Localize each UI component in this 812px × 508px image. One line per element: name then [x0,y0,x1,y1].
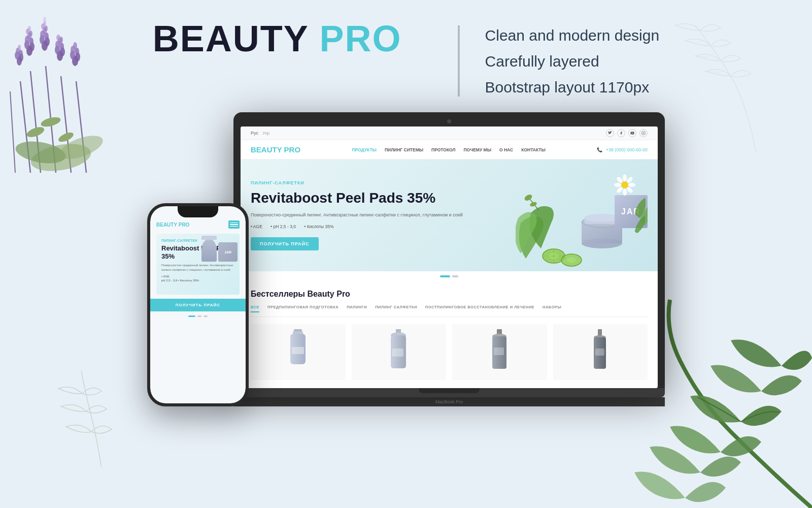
header-divider [458,25,460,97]
phone-dot-2 [204,315,208,317]
laptop-mockup: Рус Укр [233,112,665,406]
phone-dot-active [188,315,195,317]
product-bottle-4 [590,329,611,375]
svg-point-77 [623,174,627,181]
brand-pro: PRO [320,18,402,59]
site-nav: ПРОДУКТЫ ПИЛИНГ СИТЕМЫ ПРОТОКОЛ ПОЧЕМУ М… [352,147,545,152]
tab-peeling-wipes[interactable]: ПИЛИНГ САЛФЕТКИ [375,305,417,312]
phone-notch [178,206,218,217]
feature-bootstrap: Bootstrap layout 1170px [485,77,660,97]
hero-product-svg: JAR [516,167,648,269]
product-card-1 [251,324,346,380]
site-phone: 📞 +38 (000) 000-00-00 [597,147,648,152]
nav-contacts[interactable]: КОНТАКТЫ [521,147,546,152]
svg-point-76 [621,181,628,188]
site-products-section: Бестселлеры Beauty Pro ВСЕ ПРЕДПИЛИНГОВА… [241,281,658,388]
product-bottle-3 [486,329,514,375]
site-hero-title: Revitaboost Peel Pads 35% [251,189,469,207]
phone-mockup: BEAUTY PRO ПИЛИНГ-САЛФЕТКИ [147,203,249,406]
instagram-icon[interactable] [639,129,648,137]
phone-content: BEAUTY PRO ПИЛИНГ-САЛФЕТКИ [150,206,246,323]
phone-screen: BEAUTY PRO ПИЛИНГ-САЛФЕТКИ [150,206,246,403]
site-topbar: Рус Укр [241,126,658,140]
site-hero-desc: Поверхностно-срединный пилинг. Антивозра… [251,212,469,219]
laptop-base [233,388,665,397]
tab-pre-peeling[interactable]: ПРЕДПИЛИНГОВАЯ ПОДГОТОВКА [267,305,339,312]
svg-rect-92 [392,348,403,357]
phone-button[interactable]: ПОЛУЧИТЬ ПРАЙС [150,299,246,311]
tag-acids: • Кислоты 35% [304,224,333,229]
slider-dot-active[interactable] [440,275,450,277]
twitter-icon[interactable] [606,129,614,137]
slider-dot-1[interactable] [452,275,458,277]
svg-point-66 [524,194,533,202]
site-social-icons [606,129,648,137]
nav-about[interactable]: О НАС [499,147,513,152]
features-block: Clean and modern design Carefully layere… [485,20,660,97]
header-section: BEAUTY PRO Clean and modern design Caref… [0,20,812,97]
svg-rect-88 [292,347,304,354]
site-navbar: BEAUTY PRO ПРОДУКТЫ ПИЛИНГ СИТЕМЫ ПРОТОК… [241,140,658,160]
youtube-icon[interactable] [628,129,636,137]
phone-brand: BEAUTY PRO [156,222,189,228]
phone-desc: Поверхностно-срединный пилинг. Антивозра… [161,263,234,272]
laptop-label: MacBook Pro [233,397,665,406]
phone-menu-icon[interactable] [228,220,240,229]
laptop-camera [447,119,451,123]
phone-tags: • AGE pH 2,5 - 3,9 • Кислоты 35% [161,275,234,282]
site-lang: Рус Укр [251,131,269,136]
phone-dots [156,315,240,317]
phone-outer: BEAUTY PRO ПИЛИНГ-САЛФЕТКИ [147,203,249,406]
svg-point-65 [567,258,576,263]
product-bottle-2 [385,329,413,375]
site-hero-tags: • AGE • pH 2,5 - 3,0 • Кислоты 35% [251,224,469,229]
svg-rect-54 [642,132,646,135]
site-hero-text: ПИЛИНГ-САЛФЕТКИ Revitaboost Peel Pads 35… [251,180,469,250]
tag-age: • AGE [251,224,262,229]
brand-block: BEAUTY PRO [153,20,432,57]
site-hero: ПИЛИНГ-САЛФЕТКИ Revitaboost Peel Pads 35… [241,160,658,271]
svg-rect-100 [595,348,604,356]
product-bottle-1 [283,329,313,375]
brand-title: BEAUTY PRO [153,20,402,57]
main-content: BEAUTY PRO Clean and modern design Caref… [0,0,812,508]
laptop-outer: Рус Укр [233,112,665,388]
svg-point-67 [529,201,537,207]
phone-product-image: JAR [201,239,238,262]
tab-sets[interactable]: НАБОРЫ [543,305,561,312]
feature-clean: Clean and modern design [485,25,660,45]
nav-why[interactable]: ПОЧЕМУ МЫ [464,147,492,152]
site-product-grid [251,324,648,380]
nav-protocol[interactable]: ПРОТОКОЛ [431,147,455,152]
site-section-title: Бестселлеры Beauty Pro [251,290,648,299]
facebook-icon[interactable] [617,129,625,137]
laptop-notch [419,388,480,393]
tab-peelings[interactable]: ПИЛИНГИ [347,305,367,312]
brand-beauty: BEAUTY [153,18,309,59]
phone-header: BEAUTY PRO [156,220,240,229]
laptop-screen: Рус Укр [241,126,658,388]
svg-rect-96 [494,347,504,355]
site-product-tabs: ВСЕ ПРЕДПИЛИНГОВАЯ ПОДГОТОВКА ПИЛИНГИ ПИ… [251,305,648,317]
svg-point-83 [614,183,621,187]
svg-point-73 [584,214,620,222]
svg-point-81 [623,188,627,196]
hero-product-visual: JAR [516,167,648,269]
nav-products[interactable]: ПРОДУКТЫ [352,147,377,152]
devices-container: BEAUTY PRO ПИЛИНГ-САЛФЕТКИ [0,112,812,406]
tab-all[interactable]: ВСЕ [251,305,259,312]
phone-cta-area: ПОЛУЧИТЬ ПРАЙС [150,299,246,311]
site-hero-category: ПИЛИНГ-САЛФЕТКИ [251,180,469,185]
phone-hero: ПИЛИНГ-САЛФЕТКИ Revitaboost Peel Pads 35… [156,234,240,295]
site-slider-dots [241,271,658,281]
phone-dot-1 [197,315,201,317]
product-card-4 [553,324,648,380]
svg-point-79 [628,183,635,187]
nav-peeling[interactable]: ПИЛИНГ СИТЕМЫ [385,147,423,152]
site-brand: BEAUTY PRO [251,145,300,154]
tag-ph: • pH 2,5 - 3,0 [270,224,296,229]
site-hero-button[interactable]: ПОЛУЧИТЬ ПРАЙС [251,237,319,250]
tab-post-peeling[interactable]: ПОСТПИЛИНГОВОЕ ВОССТАНОВЛЕНИЕ И ЛЕЧЕНИЕ [425,305,534,312]
product-card-2 [352,324,447,380]
feature-layered: Carefully layered [485,51,660,71]
